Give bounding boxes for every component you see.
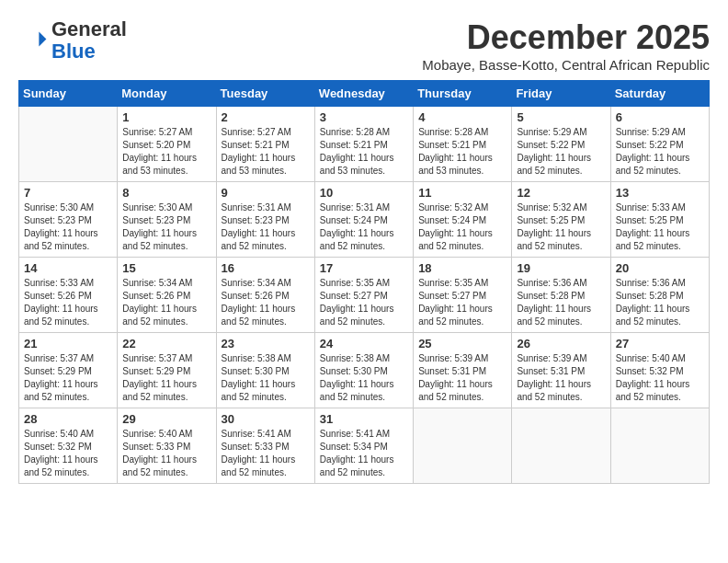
calendar-cell: 30Sunrise: 5:41 AM Sunset: 5:33 PM Dayli… [216, 408, 314, 484]
calendar-cell: 28Sunrise: 5:40 AM Sunset: 5:32 PM Dayli… [19, 408, 118, 484]
day-info: Sunrise: 5:31 AM Sunset: 5:23 PM Dayligh… [222, 201, 310, 253]
calendar-cell: 13Sunrise: 5:33 AM Sunset: 5:25 PM Dayli… [610, 182, 709, 258]
day-info: Sunrise: 5:33 AM Sunset: 5:26 PM Dayligh… [24, 277, 112, 328]
day-info: Sunrise: 5:36 AM Sunset: 5:28 PM Dayligh… [517, 277, 605, 328]
svg-marker-0 [39, 32, 46, 47]
day-info: Sunrise: 5:41 AM Sunset: 5:34 PM Dayligh… [320, 428, 408, 479]
calendar-week-row: 1Sunrise: 5:27 AM Sunset: 5:20 PM Daylig… [19, 107, 710, 182]
calendar-cell: 16Sunrise: 5:34 AM Sunset: 5:26 PM Dayli… [216, 258, 314, 333]
calendar-cell [19, 107, 118, 182]
day-info: Sunrise: 5:34 AM Sunset: 5:26 PM Dayligh… [122, 277, 210, 328]
title-block: December 2025 Mobaye, Basse-Kotto, Centr… [422, 18, 710, 73]
day-number: 28 [24, 412, 112, 426]
calendar-cell: 5Sunrise: 5:29 AM Sunset: 5:22 PM Daylig… [512, 107, 610, 182]
day-number: 3 [320, 110, 408, 124]
day-info: Sunrise: 5:36 AM Sunset: 5:28 PM Dayligh… [616, 277, 704, 328]
logo: General Blue [18, 18, 127, 63]
day-info: Sunrise: 5:27 AM Sunset: 5:20 PM Dayligh… [122, 126, 210, 178]
calendar-cell: 8Sunrise: 5:30 AM Sunset: 5:23 PM Daylig… [118, 182, 216, 258]
day-info: Sunrise: 5:38 AM Sunset: 5:30 PM Dayligh… [320, 352, 408, 404]
day-info: Sunrise: 5:29 AM Sunset: 5:22 PM Dayligh… [616, 126, 704, 178]
calendar-cell: 23Sunrise: 5:38 AM Sunset: 5:30 PM Dayli… [216, 333, 314, 408]
logo-icon [18, 26, 48, 55]
calendar-cell [512, 408, 610, 484]
calendar-cell: 25Sunrise: 5:39 AM Sunset: 5:31 PM Dayli… [414, 333, 512, 408]
day-info: Sunrise: 5:32 AM Sunset: 5:24 PM Dayligh… [418, 201, 506, 253]
day-number: 2 [222, 110, 310, 124]
calendar-cell: 14Sunrise: 5:33 AM Sunset: 5:26 PM Dayli… [19, 258, 118, 333]
calendar-cell: 9Sunrise: 5:31 AM Sunset: 5:23 PM Daylig… [216, 182, 314, 258]
day-info: Sunrise: 5:39 AM Sunset: 5:31 PM Dayligh… [517, 352, 605, 404]
day-info: Sunrise: 5:40 AM Sunset: 5:33 PM Dayligh… [122, 428, 210, 479]
day-number: 21 [24, 337, 112, 350]
day-info: Sunrise: 5:28 AM Sunset: 5:21 PM Dayligh… [418, 126, 506, 178]
calendar-cell: 7Sunrise: 5:30 AM Sunset: 5:23 PM Daylig… [19, 182, 118, 258]
day-number: 13 [616, 186, 704, 200]
calendar-cell: 6Sunrise: 5:29 AM Sunset: 5:22 PM Daylig… [610, 107, 709, 182]
calendar-cell: 3Sunrise: 5:28 AM Sunset: 5:21 PM Daylig… [314, 107, 413, 182]
day-info: Sunrise: 5:37 AM Sunset: 5:29 PM Dayligh… [24, 352, 112, 404]
calendar-week-row: 14Sunrise: 5:33 AM Sunset: 5:26 PM Dayli… [19, 258, 710, 333]
day-number: 10 [320, 186, 408, 200]
day-number: 18 [418, 261, 506, 275]
calendar-week-row: 7Sunrise: 5:30 AM Sunset: 5:23 PM Daylig… [19, 182, 710, 258]
calendar-header-thursday: Thursday [414, 81, 512, 107]
day-info: Sunrise: 5:40 AM Sunset: 5:32 PM Dayligh… [24, 428, 112, 479]
calendar-cell: 29Sunrise: 5:40 AM Sunset: 5:33 PM Dayli… [118, 408, 216, 484]
calendar-cell: 2Sunrise: 5:27 AM Sunset: 5:21 PM Daylig… [216, 107, 314, 182]
calendar-cell: 17Sunrise: 5:35 AM Sunset: 5:27 PM Dayli… [314, 258, 413, 333]
day-number: 6 [616, 110, 704, 124]
calendar-cell: 27Sunrise: 5:40 AM Sunset: 5:32 PM Dayli… [610, 333, 709, 408]
day-number: 17 [320, 261, 408, 275]
calendar-week-row: 28Sunrise: 5:40 AM Sunset: 5:32 PM Dayli… [19, 408, 710, 484]
day-number: 23 [222, 337, 310, 350]
calendar-table: SundayMondayTuesdayWednesdayThursdayFrid… [18, 80, 710, 484]
calendar-cell: 11Sunrise: 5:32 AM Sunset: 5:24 PM Dayli… [414, 182, 512, 258]
calendar-cell: 20Sunrise: 5:36 AM Sunset: 5:28 PM Dayli… [610, 258, 709, 333]
logo-blue: Blue [51, 40, 96, 63]
day-number: 14 [24, 261, 112, 275]
calendar-cell: 21Sunrise: 5:37 AM Sunset: 5:29 PM Dayli… [19, 333, 118, 408]
day-info: Sunrise: 5:39 AM Sunset: 5:31 PM Dayligh… [418, 352, 506, 404]
day-info: Sunrise: 5:32 AM Sunset: 5:25 PM Dayligh… [517, 201, 605, 253]
day-info: Sunrise: 5:27 AM Sunset: 5:21 PM Dayligh… [222, 126, 310, 178]
calendar-header-saturday: Saturday [610, 81, 709, 107]
calendar-cell: 19Sunrise: 5:36 AM Sunset: 5:28 PM Dayli… [512, 258, 610, 333]
day-info: Sunrise: 5:40 AM Sunset: 5:32 PM Dayligh… [616, 352, 704, 404]
calendar-header-friday: Friday [512, 81, 610, 107]
calendar-cell: 15Sunrise: 5:34 AM Sunset: 5:26 PM Dayli… [118, 258, 216, 333]
calendar-cell: 12Sunrise: 5:32 AM Sunset: 5:25 PM Dayli… [512, 182, 610, 258]
day-number: 11 [418, 186, 506, 200]
day-number: 8 [122, 186, 210, 200]
day-info: Sunrise: 5:29 AM Sunset: 5:22 PM Dayligh… [517, 126, 605, 178]
calendar-cell: 10Sunrise: 5:31 AM Sunset: 5:24 PM Dayli… [314, 182, 413, 258]
calendar-cell: 22Sunrise: 5:37 AM Sunset: 5:29 PM Dayli… [118, 333, 216, 408]
calendar-cell: 1Sunrise: 5:27 AM Sunset: 5:20 PM Daylig… [118, 107, 216, 182]
day-number: 12 [517, 186, 605, 200]
page-header: General Blue December 2025 Mobaye, Basse… [18, 18, 710, 73]
calendar-cell [610, 408, 709, 484]
day-number: 1 [122, 110, 210, 124]
day-number: 4 [418, 110, 506, 124]
calendar-header-row: SundayMondayTuesdayWednesdayThursdayFrid… [19, 81, 710, 107]
day-info: Sunrise: 5:37 AM Sunset: 5:29 PM Dayligh… [122, 352, 210, 404]
day-number: 24 [320, 337, 408, 350]
location-subtitle: Mobaye, Basse-Kotto, Central African Rep… [422, 57, 710, 73]
day-number: 25 [418, 337, 506, 350]
day-number: 7 [24, 186, 112, 200]
calendar-cell: 24Sunrise: 5:38 AM Sunset: 5:30 PM Dayli… [314, 333, 413, 408]
calendar-header-monday: Monday [118, 81, 216, 107]
day-number: 16 [222, 261, 310, 275]
day-number: 20 [616, 261, 704, 275]
day-info: Sunrise: 5:41 AM Sunset: 5:33 PM Dayligh… [222, 428, 310, 479]
day-number: 31 [320, 412, 408, 426]
day-info: Sunrise: 5:33 AM Sunset: 5:25 PM Dayligh… [616, 201, 704, 253]
day-info: Sunrise: 5:35 AM Sunset: 5:27 PM Dayligh… [418, 277, 506, 328]
day-number: 26 [517, 337, 605, 350]
day-number: 27 [616, 337, 704, 350]
calendar-week-row: 21Sunrise: 5:37 AM Sunset: 5:29 PM Dayli… [19, 333, 710, 408]
logo-text: General Blue [51, 18, 127, 63]
day-number: 5 [517, 110, 605, 124]
day-number: 30 [222, 412, 310, 426]
day-info: Sunrise: 5:38 AM Sunset: 5:30 PM Dayligh… [222, 352, 310, 404]
